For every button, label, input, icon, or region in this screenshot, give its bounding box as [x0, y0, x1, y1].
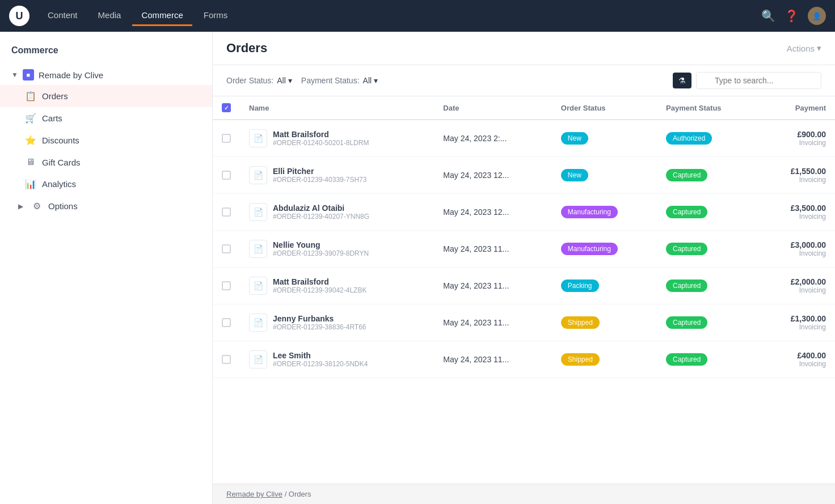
sidebar-item-orders-label: Orders — [42, 91, 68, 101]
breadcrumb-link[interactable]: Remade by Clive — [226, 490, 282, 498]
search-icon[interactable]: 🔍 — [761, 9, 775, 23]
main-content: Orders Actions ▾ Order Status: All ▾ Pay… — [213, 32, 835, 504]
page-title: Orders — [226, 41, 267, 56]
order-document-icon: 📄 — [249, 277, 267, 295]
sidebar-item-orders[interactable]: 📋 Orders — [0, 85, 212, 107]
row-checkbox[interactable] — [222, 171, 231, 180]
payment-type: Invoicing — [769, 360, 826, 368]
sidebar-item-options[interactable]: ▶ ⚙ Options — [0, 195, 212, 217]
order-document-icon: 📄 — [249, 350, 267, 369]
order-status-badge: New — [561, 132, 588, 145]
order-status-badge: Packing — [561, 279, 599, 292]
table-row[interactable]: 📄 Matt Brailsford #ORDER-01239-39042-4LZ… — [213, 268, 835, 304]
order-document-icon: 📄 — [249, 203, 267, 221]
order-id: #ORDER-01239-39042-4LZBK — [273, 286, 366, 294]
payment-type: Invoicing — [769, 323, 826, 331]
table-row[interactable]: 📄 Matt Brailsford #ORDER-01240-50201-8LD… — [213, 120, 835, 157]
help-icon[interactable]: ❓ — [785, 9, 799, 23]
order-date: May 24, 2023 12... — [434, 157, 552, 194]
payment-status-cell: Authorized — [657, 120, 760, 157]
analytics-icon: 📊 — [25, 179, 36, 189]
payment-status-select[interactable]: All ▾ — [363, 76, 378, 85]
order-status-badge: Shipped — [561, 316, 600, 329]
options-icon: ⚙ — [31, 201, 43, 211]
payment-status-cell: Captured — [657, 194, 760, 231]
order-document-icon: 📄 — [249, 166, 267, 184]
table-row[interactable]: 📄 Abdulaziz Al Otaibi #ORDER-01239-40207… — [213, 194, 835, 231]
orders-icon: 📋 — [25, 91, 36, 101]
nav-item-content[interactable]: Content — [39, 6, 87, 26]
payment-status-badge: Captured — [666, 169, 707, 181]
options-expand-icon: ▶ — [18, 202, 23, 210]
orders-table-container: ✓ Name Date Order Status Payment Status … — [213, 96, 835, 484]
gift-cards-icon: 🖥 — [25, 157, 36, 167]
table-row[interactable]: 📄 Lee Smith #ORDER-01239-38120-5NDK4 May… — [213, 341, 835, 378]
row-checkbox[interactable] — [222, 281, 231, 290]
order-status-badge: New — [561, 169, 588, 181]
sidebar-item-carts[interactable]: 🛒 Carts — [0, 107, 212, 129]
order-status-select[interactable]: All ▾ — [277, 76, 292, 85]
order-document-icon: 📄 — [249, 129, 267, 147]
order-status-cell: Shipped — [552, 304, 657, 341]
filters-bar: Order Status: All ▾ Payment Status: All … — [213, 65, 835, 96]
table-row[interactable]: 📄 Jenny Furbanks #ORDER-01239-38836-4RT6… — [213, 304, 835, 341]
sidebar-item-analytics[interactable]: 📊 Analytics — [0, 173, 212, 195]
filter-icon-button[interactable]: ⚗ — [673, 73, 691, 88]
nav-item-commerce[interactable]: Commerce — [132, 6, 192, 26]
sidebar-store[interactable]: ▼ ■ Remade by Clive — [0, 65, 212, 85]
row-checkbox[interactable] — [222, 244, 231, 253]
payment-status-cell: Captured — [657, 304, 760, 341]
order-date: May 24, 2023 11... — [434, 304, 552, 341]
order-date: May 24, 2023 12... — [434, 194, 552, 231]
row-checkbox[interactable] — [222, 207, 231, 217]
col-header-payment-status: Payment Status — [657, 96, 760, 120]
row-checkbox[interactable] — [222, 134, 231, 143]
avatar[interactable]: 👤 — [808, 7, 826, 25]
order-id: #ORDER-01240-50201-8LDRM — [273, 139, 369, 147]
select-all-checkbox[interactable]: ✓ — [222, 103, 231, 112]
col-header-date: Date — [434, 96, 552, 120]
table-row[interactable]: 📄 Elli Pitcher #ORDER-01239-40339-7SH73 … — [213, 157, 835, 194]
search-wrapper: 🔍 — [696, 72, 821, 89]
order-id: #ORDER-01239-40207-YNN8G — [273, 213, 369, 221]
payment-status-cell: Captured — [657, 157, 760, 194]
payment-amount: £2,000.00 — [769, 277, 826, 286]
breadcrumb-current: Orders — [289, 490, 311, 498]
payment-status-filter: Payment Status: All ▾ — [301, 76, 378, 85]
nav-item-forms[interactable]: Forms — [195, 6, 237, 26]
payment-amount: £400.00 — [769, 351, 826, 360]
payment-amount: £1,300.00 — [769, 314, 826, 323]
order-status-cell: Manufacturing — [552, 231, 657, 268]
order-date: May 24, 2023 11... — [434, 341, 552, 378]
order-name: Matt Brailsford — [273, 277, 366, 286]
table-row[interactable]: 📄 Nellie Young #ORDER-01239-39079-8DRYN … — [213, 231, 835, 268]
top-navigation: U Content Media Commerce Forms 🔍 ❓ 👤 — [0, 0, 835, 32]
filters-right: ⚗ 🔍 — [673, 72, 821, 89]
sidebar-item-discounts[interactable]: ⭐ Discounts — [0, 129, 212, 151]
payment-status-label: Payment Status: — [301, 76, 360, 85]
search-input[interactable] — [696, 72, 821, 89]
order-status-cell: Shipped — [552, 341, 657, 378]
order-name: Matt Brailsford — [273, 130, 369, 139]
nav-item-media[interactable]: Media — [89, 6, 130, 26]
payment-status-badge: Captured — [666, 243, 707, 255]
row-checkbox[interactable] — [222, 355, 231, 364]
payment-status-cell: Captured — [657, 268, 760, 304]
order-status-badge: Manufacturing — [561, 243, 618, 255]
sidebar-item-gift-cards[interactable]: 🖥 Gift Cards — [0, 151, 212, 173]
payment-status-badge: Captured — [666, 316, 707, 329]
logo[interactable]: U — [9, 6, 29, 26]
order-date: May 24, 2023 11... — [434, 231, 552, 268]
actions-button[interactable]: Actions ▾ — [787, 43, 821, 53]
payment-status-badge: Captured — [666, 279, 707, 292]
payment-type: Invoicing — [769, 213, 826, 221]
sidebar-item-analytics-label: Analytics — [42, 179, 76, 189]
nav-right: 🔍 ❓ 👤 — [761, 7, 826, 25]
payment-cell: £3,500.00 Invoicing — [760, 194, 835, 231]
col-header-name: Name — [240, 96, 434, 120]
payment-cell: £400.00 Invoicing — [760, 341, 835, 378]
row-checkbox[interactable] — [222, 318, 231, 327]
orders-header: Orders Actions ▾ — [213, 32, 835, 65]
order-name: Jenny Furbanks — [273, 314, 366, 323]
order-status-cell: New — [552, 120, 657, 157]
